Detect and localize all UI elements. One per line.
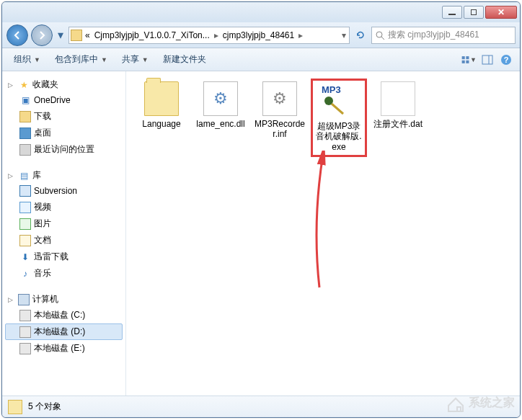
computer-header[interactable]: ▷ 计算机: [5, 292, 123, 307]
dll-icon: [203, 81, 238, 116]
view-icon: [461, 54, 470, 66]
status-text: 5 个对象: [28, 401, 61, 413]
file-name: lame_enc.dll: [194, 119, 247, 129]
file-item-dat[interactable]: 注册文件.dat: [370, 79, 426, 157]
include-library-menu[interactable]: 包含到库中▼: [49, 50, 113, 68]
preview-pane-button[interactable]: [479, 52, 495, 68]
search-placeholder: 搜索 cjmp3lyjpjb_48461: [388, 29, 479, 41]
close-button[interactable]: ✕: [485, 6, 517, 19]
folder-icon: [144, 81, 179, 116]
libraries-header[interactable]: ▷▤ 库: [5, 168, 123, 183]
nav-history-dropdown[interactable]: ▾: [56, 25, 66, 45]
file-item-inf[interactable]: MP3Recorder.inf: [252, 79, 308, 157]
arrow-left-icon: [12, 30, 22, 40]
sidebar-item-thunder[interactable]: ⬇迅雷下载: [5, 249, 123, 265]
status-bar: 5 个对象: [2, 396, 520, 417]
svg-line-1: [381, 37, 384, 40]
svg-point-0: [376, 32, 382, 37]
toolbar: 组织▼ 包含到库中▼ 共享▼ 新建文件夹 ▼ ?: [2, 48, 520, 71]
help-icon: ?: [500, 54, 512, 66]
microphone-icon: [322, 95, 348, 117]
svg-rect-4: [462, 60, 465, 63]
nav-bar: ▾ « Cjmp3lyjpjb_V1.0.0.7_XiTon... ▸ cjmp…: [2, 22, 520, 48]
favorites-header[interactable]: ▷★ 收藏夹: [5, 77, 123, 92]
inf-icon: [262, 81, 297, 116]
sidebar-item-pictures[interactable]: 图片: [5, 215, 123, 232]
sidebar-item-documents[interactable]: 文档: [5, 232, 123, 249]
svg-rect-6: [482, 55, 492, 64]
file-item-folder[interactable]: Language: [133, 79, 190, 157]
sidebar-item-recent[interactable]: 最近访问的位置: [5, 141, 123, 158]
file-name: MP3Recorder.inf: [253, 119, 306, 140]
file-item-exe-highlighted[interactable]: MP3 超级MP3录音机破解版.exe: [311, 79, 367, 157]
sidebar-item-subversion[interactable]: Subversion: [5, 183, 123, 199]
breadcrumb-segment[interactable]: cjmp3lyjpjb_48461: [221, 30, 296, 40]
folder-icon: [8, 400, 22, 414]
navigation-pane: ▷★ 收藏夹 ▣OneDrive 下载 桌面 最近访问的位置 ▷▤ 库 Subv…: [2, 71, 126, 396]
share-menu[interactable]: 共享▼: [116, 50, 154, 68]
sidebar-item-music[interactable]: ♪音乐: [5, 265, 123, 282]
breadcrumb-root[interactable]: «: [84, 30, 92, 40]
sidebar-item-onedrive[interactable]: ▣OneDrive: [5, 92, 123, 108]
chevron-right-icon[interactable]: ▸: [297, 30, 304, 40]
file-list[interactable]: Language lame_enc.dll MP3Recorder.inf MP…: [126, 71, 520, 396]
new-folder-button[interactable]: 新建文件夹: [157, 50, 212, 68]
address-dropdown[interactable]: ▾: [340, 30, 348, 40]
minimize-button[interactable]: [442, 6, 462, 19]
address-bar[interactable]: « Cjmp3lyjpjb_V1.0.0.7_XiTon... ▸ cjmp3l…: [68, 27, 350, 44]
sidebar-item-videos[interactable]: 视频: [5, 199, 123, 215]
forward-button[interactable]: [31, 24, 53, 46]
sidebar-item-drive-e[interactable]: 本地磁盘 (E:): [5, 340, 123, 357]
search-input[interactable]: 搜索 cjmp3lyjpjb_48461: [371, 27, 516, 44]
sidebar-item-drive-d[interactable]: 本地磁盘 (D:): [5, 323, 123, 340]
sidebar-item-downloads[interactable]: 下载: [5, 108, 123, 125]
explorer-window: ✕ ▾ « Cjmp3lyjpjb_V1.0.0.7_XiTon... ▸ cj…: [1, 1, 521, 418]
organize-menu[interactable]: 组织▼: [8, 50, 46, 68]
svg-rect-2: [462, 56, 465, 59]
annotation-arrow: [319, 151, 321, 280]
view-options-button[interactable]: ▼: [461, 52, 477, 68]
search-icon: [375, 30, 385, 40]
file-name: 注册文件.dat: [371, 119, 425, 129]
dat-icon: [381, 81, 415, 116]
panel-icon: [482, 54, 493, 66]
folder-icon: [71, 30, 82, 41]
exe-icon: MP3: [322, 84, 356, 118]
svg-line-11: [332, 104, 343, 114]
svg-text:?: ?: [504, 55, 509, 64]
maximize-button[interactable]: [464, 6, 484, 19]
svg-rect-5: [466, 60, 469, 63]
arrow-right-icon: [37, 30, 47, 40]
help-button[interactable]: ?: [498, 52, 514, 68]
svg-rect-3: [466, 56, 469, 59]
refresh-icon: [355, 30, 366, 40]
chevron-right-icon[interactable]: ▸: [213, 30, 220, 40]
file-item-dll[interactable]: lame_enc.dll: [193, 79, 249, 157]
breadcrumb-segment[interactable]: Cjmp3lyjpjb_V1.0.0.7_XiTon...: [93, 30, 211, 40]
refresh-button[interactable]: [353, 27, 368, 43]
sidebar-item-drive-c[interactable]: 本地磁盘 (C:): [5, 307, 123, 323]
file-name: Language: [135, 119, 188, 129]
body-area: ▷★ 收藏夹 ▣OneDrive 下载 桌面 最近访问的位置 ▷▤ 库 Subv…: [2, 71, 520, 396]
sidebar-item-desktop[interactable]: 桌面: [5, 125, 123, 141]
titlebar: ✕: [2, 2, 520, 22]
back-button[interactable]: [6, 24, 28, 46]
file-name: 超级MP3录音机破解版.exe: [314, 121, 363, 152]
